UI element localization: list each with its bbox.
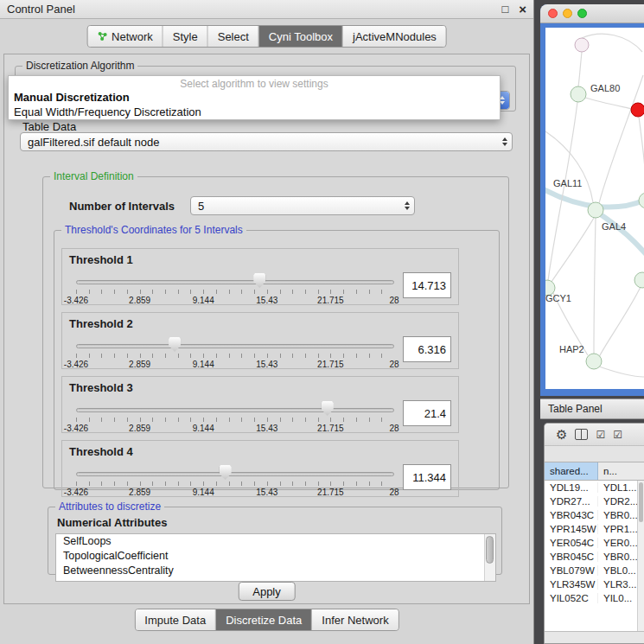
tab-infer-network[interactable]: Infer Network bbox=[312, 609, 398, 630]
cell-shared-name[interactable]: YBR043C bbox=[545, 510, 598, 520]
numerical-attributes-label: Numerical Attributes bbox=[57, 516, 167, 529]
threshold-value-field[interactable] bbox=[403, 464, 451, 490]
table-data-combobox[interactable]: galFiltered.sif default node bbox=[20, 132, 513, 151]
slider-thumb[interactable] bbox=[322, 401, 334, 416]
gear-icon[interactable]: ⚙ bbox=[556, 428, 567, 441]
slider-track[interactable] bbox=[76, 472, 394, 476]
column-header-shared-name[interactable]: shared... bbox=[545, 462, 598, 480]
network-edge[interactable] bbox=[599, 367, 644, 377]
network-node-gal80[interactable] bbox=[571, 86, 586, 102]
threshold-value-field[interactable] bbox=[403, 336, 451, 362]
list-item-selfloops[interactable]: SelfLoops bbox=[56, 534, 495, 549]
slider-track[interactable] bbox=[76, 344, 394, 348]
cell-name[interactable]: YBR0... bbox=[598, 510, 637, 520]
scrollbar-thumb[interactable] bbox=[486, 536, 494, 564]
table-row[interactable]: YPR145WYPR1... bbox=[545, 522, 637, 536]
slider-track[interactable] bbox=[76, 280, 394, 284]
table-panel-header[interactable]: Table Panel bbox=[540, 399, 644, 419]
tab-discretize-data[interactable]: Discretize Data bbox=[216, 609, 312, 630]
number-of-intervals-combobox[interactable]: 5 bbox=[190, 196, 415, 215]
scrollbar-thumb[interactable] bbox=[639, 482, 643, 522]
table-row[interactable]: YIL052CYIL0... bbox=[545, 591, 637, 605]
close-window-icon[interactable]: × bbox=[519, 3, 526, 16]
slider-track[interactable] bbox=[76, 408, 394, 412]
select-all-checkbox-icon[interactable]: ☑ bbox=[596, 430, 605, 440]
cell-shared-name[interactable]: YIL052C bbox=[545, 593, 598, 603]
columns-icon[interactable] bbox=[575, 429, 588, 440]
table-row[interactable]: YLR345WYLR3... bbox=[545, 577, 637, 591]
cell-shared-name[interactable]: YBL079W bbox=[545, 565, 598, 576]
dropdown-option-equal-width[interactable]: Equal Width/Frequency Discretization bbox=[9, 105, 500, 119]
list-scrollbar[interactable] bbox=[484, 534, 495, 581]
apply-button[interactable]: Apply bbox=[238, 582, 296, 601]
network-edge[interactable] bbox=[594, 218, 596, 354]
tab-label: Select bbox=[218, 30, 249, 43]
slider-thumb[interactable] bbox=[220, 465, 232, 480]
table-row[interactable]: YBL079WYBL0... bbox=[545, 564, 637, 577]
zoom-traffic-light-icon[interactable] bbox=[577, 9, 587, 18]
network-node[interactable] bbox=[634, 272, 644, 288]
list-item-betweennesscentrality[interactable]: BetweennessCentrality bbox=[56, 564, 495, 578]
table-row[interactable]: YBR045CYBR0... bbox=[545, 550, 637, 564]
cell-name[interactable]: YER0... bbox=[598, 538, 637, 548]
tab-label: Discretize Data bbox=[226, 614, 302, 627]
network-edge[interactable] bbox=[585, 98, 632, 109]
dropdown-option-manual-discretization[interactable]: Manual Discretization bbox=[9, 90, 500, 105]
tab-style[interactable]: Style bbox=[163, 26, 208, 47]
slider-ticks bbox=[76, 290, 394, 294]
network-edge[interactable] bbox=[582, 34, 642, 52]
network-edge[interactable] bbox=[578, 52, 582, 86]
cell-name[interactable]: YBR0... bbox=[598, 552, 637, 562]
float-window-icon[interactable]: □ bbox=[501, 3, 508, 15]
network-edge[interactable] bbox=[552, 218, 594, 282]
column-header-name[interactable]: n... bbox=[598, 462, 644, 480]
cell-shared-name[interactable]: YBR045C bbox=[545, 552, 598, 562]
network-edge[interactable] bbox=[599, 75, 643, 203]
cell-shared-name[interactable]: YDR27... bbox=[545, 496, 598, 507]
network-node[interactable] bbox=[575, 38, 589, 52]
slider-thumb[interactable] bbox=[169, 337, 181, 352]
table-vertical-scrollbar[interactable] bbox=[637, 481, 644, 631]
network-edge[interactable] bbox=[639, 117, 644, 193]
table-horizontal-scrollbar[interactable] bbox=[545, 631, 644, 643]
cell-shared-name[interactable]: YER054C bbox=[545, 538, 598, 548]
table-row[interactable]: YBR043CYBR0... bbox=[545, 508, 637, 522]
cell-shared-name[interactable]: YLR345W bbox=[545, 579, 598, 590]
slider-scale-label: -3.426 bbox=[64, 296, 88, 305]
network-node[interactable] bbox=[639, 193, 644, 208]
tab-cyni-toolbox[interactable]: Cyni Toolbox bbox=[259, 26, 343, 47]
threshold-slider: -3.426 2.859 9.144 15.43 21.715 28 bbox=[76, 465, 394, 498]
table-row[interactable]: YDR27...YDR2... bbox=[545, 494, 637, 508]
slider-scale-label: 15.43 bbox=[256, 488, 277, 497]
tab-select[interactable]: Select bbox=[208, 26, 259, 47]
tab-impute-data[interactable]: Impute Data bbox=[135, 609, 216, 630]
network-node-selected-red[interactable] bbox=[631, 103, 644, 117]
slider-thumb[interactable] bbox=[253, 273, 265, 288]
group-title: Threshold's Coordinates for 5 Intervals bbox=[61, 224, 246, 236]
network-edge[interactable] bbox=[599, 287, 641, 357]
table-row[interactable]: YER054CYER0... bbox=[545, 536, 637, 550]
network-canvas[interactable]: GAL80 GAL11 GAL4 GCY1 HAP2 bbox=[545, 28, 644, 389]
cell-shared-name[interactable]: YPR145W bbox=[545, 524, 598, 534]
cell-shared-name[interactable]: YDL19... bbox=[545, 482, 598, 493]
threshold-value-field[interactable] bbox=[403, 400, 451, 426]
slider-scale-label: 28 bbox=[389, 424, 399, 433]
cell-name[interactable]: YDL1... bbox=[598, 482, 637, 493]
minimize-traffic-light-icon[interactable] bbox=[563, 9, 572, 18]
threshold-value-field[interactable] bbox=[403, 272, 451, 298]
node-label-gal80: GAL80 bbox=[590, 83, 620, 93]
tab-network[interactable]: Network bbox=[87, 26, 163, 47]
cell-name[interactable]: YBL0... bbox=[598, 565, 637, 576]
tab-jactivemnodules[interactable]: jActiveMNodules bbox=[343, 26, 446, 47]
network-node[interactable] bbox=[588, 202, 603, 218]
deselect-all-checkbox-icon[interactable]: ☑ bbox=[613, 430, 622, 440]
cell-name[interactable]: YIL0... bbox=[598, 593, 637, 603]
table-row[interactable]: YDL19...YDL1... bbox=[545, 481, 637, 494]
cell-name[interactable]: YDR2... bbox=[598, 496, 637, 507]
close-traffic-light-icon[interactable] bbox=[548, 9, 558, 18]
network-edge[interactable] bbox=[599, 214, 644, 256]
network-node-hap2[interactable] bbox=[586, 354, 602, 369]
cell-name[interactable]: YLR3... bbox=[598, 579, 637, 590]
list-item-topologicalcoefficient[interactable]: TopologicalCoefficient bbox=[56, 549, 495, 564]
cell-name[interactable]: YPR1... bbox=[598, 524, 637, 534]
